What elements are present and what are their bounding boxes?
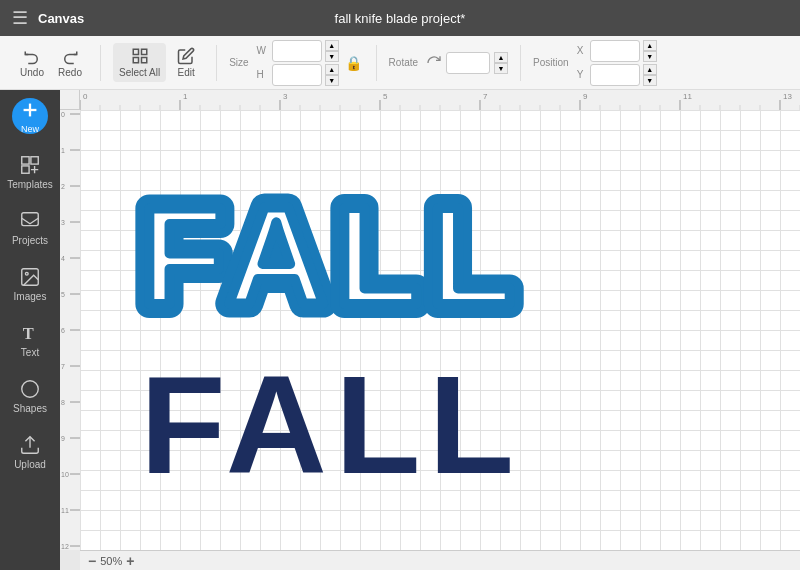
w-label: W (257, 45, 269, 56)
size-label: Size (229, 57, 248, 68)
project-title: fall knife blade project* (335, 11, 466, 26)
edit-button[interactable]: Edit (168, 43, 204, 82)
ruler-top-svg: // ticks rendered below via JS 013579111… (80, 90, 800, 110)
svg-rect-7 (31, 157, 38, 164)
design-area: @font-face {} FALL FALL FALL (90, 120, 790, 540)
svg-text:5: 5 (61, 291, 65, 298)
svg-text:8: 8 (61, 399, 65, 406)
sidebar-item-projects[interactable]: Projects (4, 202, 56, 254)
r-down[interactable]: ▼ (494, 63, 508, 74)
svg-text:0: 0 (83, 92, 88, 101)
separator-1 (100, 45, 101, 81)
sidebar-item-images[interactable]: Images (4, 258, 56, 310)
rotate-icon (426, 55, 442, 71)
zoom-value: 50% (100, 555, 122, 567)
hamburger-icon[interactable]: ☰ (12, 7, 28, 29)
undo-redo-group: Undo Redo (8, 43, 94, 82)
svg-text:9: 9 (61, 435, 65, 442)
h-label: H (257, 69, 269, 80)
fall-outline-row: @font-face {} FALL FALL (130, 166, 750, 325)
svg-text:T: T (23, 324, 34, 343)
svg-text:6: 6 (61, 327, 65, 334)
fall-outline-svg: @font-face {} FALL FALL (130, 166, 750, 321)
svg-text:5: 5 (383, 92, 388, 101)
svg-text:3: 3 (61, 219, 65, 226)
position-control: Position X ▲▼ Y ▲▼ (527, 40, 663, 86)
rotate-label: Rotate (389, 57, 418, 68)
h-up[interactable]: ▲ (325, 64, 339, 75)
svg-rect-0 (133, 49, 138, 54)
svg-text:FALL: FALL (140, 177, 522, 321)
r-up[interactable]: ▲ (494, 52, 508, 63)
height-input[interactable] (272, 64, 322, 86)
zoom-bar: − 50% + (80, 550, 800, 570)
svg-text:7: 7 (61, 363, 65, 370)
sidebar-item-upload[interactable]: Upload (4, 426, 56, 478)
svg-text:0: 0 (61, 111, 65, 118)
svg-rect-8 (22, 166, 29, 173)
svg-rect-3 (141, 58, 146, 63)
zoom-in-button[interactable]: + (126, 553, 134, 569)
svg-text:10: 10 (61, 471, 69, 478)
rotate-input[interactable] (446, 52, 490, 74)
size-control: Size W ▲▼ H ▲▼ 🔒 (223, 40, 369, 86)
fall-solid-svg: FALL (130, 335, 750, 490)
svg-text:2: 2 (61, 183, 65, 190)
sidebar-item-new[interactable]: New (12, 98, 48, 134)
canvas-viewport[interactable]: @font-face {} FALL FALL FALL (80, 110, 800, 550)
x-up[interactable]: ▲ (643, 40, 657, 51)
main-area: New Templates Projects Images T Text Sha… (0, 90, 800, 570)
y-up[interactable]: ▲ (643, 64, 657, 75)
svg-text:9: 9 (583, 92, 588, 101)
redo-button[interactable]: Redo (52, 43, 88, 82)
rotate-control: Rotate ▲▼ (383, 52, 514, 74)
svg-text:3: 3 (283, 92, 288, 101)
ruler-corner (60, 90, 80, 110)
lock-aspect-button[interactable]: 🔒 (343, 55, 364, 71)
svg-text:11: 11 (683, 92, 692, 101)
position-label: Position (533, 57, 569, 68)
fall-solid-row: FALL (130, 335, 750, 494)
sidebar: New Templates Projects Images T Text Sha… (0, 90, 60, 570)
canvas-label: Canvas (38, 11, 84, 26)
svg-rect-6 (22, 157, 29, 164)
x-label: X (577, 45, 587, 56)
y-input[interactable] (590, 64, 640, 86)
w-down[interactable]: ▼ (325, 51, 339, 62)
canvas-area[interactable]: // ticks rendered below via JS 013579111… (60, 90, 800, 570)
h-down[interactable]: ▼ (325, 75, 339, 86)
sidebar-item-text[interactable]: T Text (4, 314, 56, 366)
ruler-left-svg: 01234567891011121314 (60, 110, 80, 550)
svg-text:11: 11 (61, 507, 69, 514)
x-input[interactable] (590, 40, 640, 62)
svg-rect-2 (133, 58, 138, 63)
undo-button[interactable]: Undo (14, 43, 50, 82)
svg-text:1: 1 (61, 147, 65, 154)
svg-text:FALL: FALL (140, 346, 522, 490)
svg-rect-1 (141, 49, 146, 54)
svg-point-11 (25, 272, 28, 275)
sidebar-item-templates[interactable]: Templates (4, 146, 56, 198)
separator-2 (216, 45, 217, 81)
svg-point-13 (22, 381, 39, 398)
x-down[interactable]: ▼ (643, 51, 657, 62)
y-label: Y (577, 69, 587, 80)
svg-text:1: 1 (183, 92, 188, 101)
select-all-button[interactable]: Select All (113, 43, 166, 82)
separator-4 (520, 45, 521, 81)
ruler-left: 01234567891011121314 (60, 110, 80, 550)
separator-3 (376, 45, 377, 81)
select-group: Select All Edit (107, 43, 210, 82)
width-input[interactable] (272, 40, 322, 62)
svg-text:7: 7 (483, 92, 488, 101)
svg-text:4: 4 (61, 255, 65, 262)
topbar: ☰ Canvas fall knife blade project* (0, 0, 800, 36)
svg-text:13: 13 (783, 92, 792, 101)
toolbar: Undo Redo Select All Edit Size W ▲▼ H (0, 36, 800, 90)
ruler-top: // ticks rendered below via JS 013579111… (80, 90, 800, 110)
svg-text:12: 12 (61, 543, 69, 550)
sidebar-item-shapes[interactable]: Shapes (4, 370, 56, 422)
y-down[interactable]: ▼ (643, 75, 657, 86)
zoom-out-button[interactable]: − (88, 553, 96, 569)
w-up[interactable]: ▲ (325, 40, 339, 51)
